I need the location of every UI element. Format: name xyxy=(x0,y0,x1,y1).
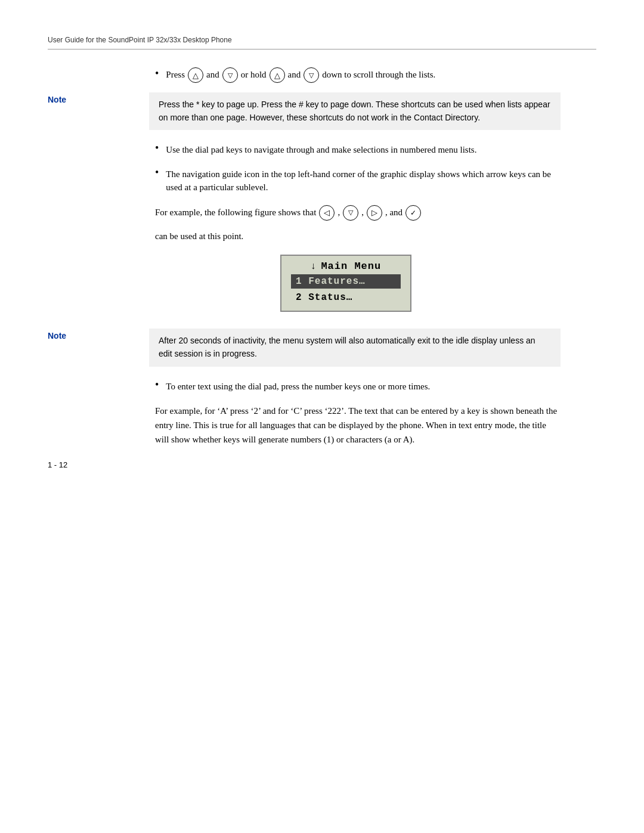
note-box-1: Press the * key to page up. Press the # … xyxy=(149,92,561,130)
note-label-1: Note xyxy=(48,92,149,104)
bullet-dot-1: • xyxy=(155,67,159,80)
can-be-used-text: can be used at this point. xyxy=(155,231,243,241)
bullet-text-3: The navigation guide icon in the top lef… xyxy=(166,168,561,194)
and-word-1: and xyxy=(206,67,219,83)
for-example-text: For example, the following figure shows … xyxy=(155,205,316,221)
page-header-title: User Guide for the SoundPoint IP 32x/33x… xyxy=(48,36,232,44)
page-number: 1 - 12 xyxy=(48,460,67,469)
down-arrow-icon-2: ▽ xyxy=(304,67,319,83)
bullet-dot-3: • xyxy=(155,166,159,179)
lcd-row-2: 2 Status… xyxy=(291,290,401,305)
bullet-text-2: Use the dial pad keys to navigate throug… xyxy=(166,143,561,157)
comma-2: , xyxy=(361,205,364,221)
lcd-screen-container: ↓ Main Menu 1 Features… 2 Status… xyxy=(215,255,477,312)
comma-and: , and xyxy=(385,205,402,221)
down-arrow-icon-3: ▽ xyxy=(343,205,358,221)
can-be-used-line: can be used at this point. xyxy=(155,229,561,244)
right-arrow-icon: ▷ xyxy=(367,205,382,221)
or-hold-word: or hold xyxy=(241,67,267,83)
bullet-item-3: • The navigation guide icon in the top l… xyxy=(155,168,561,194)
and-word-2: and xyxy=(288,67,301,83)
example-text-block: For example, for ‘A’ press ‘2’ and for ‘… xyxy=(155,404,561,447)
bullet-dot-4: • xyxy=(155,379,159,391)
example-text: For example, for ‘A’ press ‘2’ and for ‘… xyxy=(155,406,557,444)
press-word: Press xyxy=(166,67,185,83)
lcd-title-text: Main Menu xyxy=(321,261,381,272)
comma-1: , xyxy=(338,205,340,221)
bullet-dot-2: • xyxy=(155,142,159,154)
down-scroll-text: down to scroll through the lists. xyxy=(322,67,435,83)
up-arrow-icon-1: △ xyxy=(188,67,203,83)
bullet-item-2: • Use the dial pad keys to navigate thro… xyxy=(155,143,561,157)
bullet-1-text: Press △ and ▽ or hold △ and ▽ down to sc… xyxy=(166,67,435,83)
note-row-1: Note Press the * key to page up. Press t… xyxy=(48,92,561,130)
bullet-item-4: • To enter text using the dial pad, pres… xyxy=(155,380,561,394)
lcd-screen: ↓ Main Menu 1 Features… 2 Status… xyxy=(280,255,411,312)
left-arrow-icon: ◁ xyxy=(319,205,335,221)
lcd-arrow-icon: ↓ xyxy=(311,261,317,272)
note-box-2: After 20 seconds of inactivity, the menu… xyxy=(149,329,561,366)
lcd-row-1: 1 Features… xyxy=(291,274,401,289)
note-row-2: Note After 20 seconds of inactivity, the… xyxy=(48,329,561,366)
down-arrow-icon-1: ▽ xyxy=(222,67,238,83)
note-label-2: Note xyxy=(48,329,149,340)
for-example-line: For example, the following figure shows … xyxy=(155,205,561,221)
bullet-text-4: To enter text using the dial pad, press … xyxy=(166,380,561,394)
lcd-title-row: ↓ Main Menu xyxy=(291,261,401,272)
up-arrow-icon-2: △ xyxy=(270,67,285,83)
checkmark-icon: ✓ xyxy=(405,205,421,221)
